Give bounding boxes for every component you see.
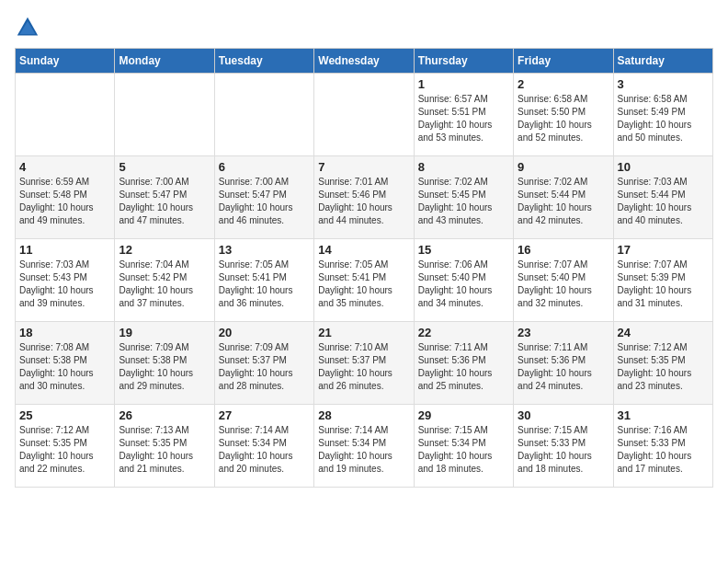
cell-3-2: 12Sunrise: 7:04 AM Sunset: 5:42 PM Dayli… bbox=[115, 239, 214, 322]
day-number: 11 bbox=[19, 243, 110, 257]
day-detail: Sunrise: 7:12 AM Sunset: 5:35 PM Dayligh… bbox=[19, 424, 110, 476]
day-number: 23 bbox=[518, 326, 609, 339]
week-row-1: 1Sunrise: 6:57 AM Sunset: 5:51 PM Daylig… bbox=[16, 74, 713, 156]
day-detail: Sunrise: 7:04 AM Sunset: 5:42 PM Dayligh… bbox=[119, 259, 210, 310]
day-detail: Sunrise: 6:59 AM Sunset: 5:48 PM Dayligh… bbox=[19, 176, 110, 227]
day-detail: Sunrise: 7:10 AM Sunset: 5:37 PM Dayligh… bbox=[318, 341, 409, 393]
cell-3-6: 16Sunrise: 7:07 AM Sunset: 5:40 PM Dayli… bbox=[514, 239, 613, 322]
cell-3-1: 11Sunrise: 7:03 AM Sunset: 5:43 PM Dayli… bbox=[16, 239, 115, 322]
week-row-3: 11Sunrise: 7:03 AM Sunset: 5:43 PM Dayli… bbox=[16, 239, 713, 322]
header-friday: Friday bbox=[514, 49, 613, 74]
day-number: 6 bbox=[219, 160, 310, 174]
cell-5-2: 26Sunrise: 7:13 AM Sunset: 5:35 PM Dayli… bbox=[115, 405, 214, 488]
cell-2-1: 4Sunrise: 6:59 AM Sunset: 5:48 PM Daylig… bbox=[16, 156, 115, 239]
week-row-4: 18Sunrise: 7:08 AM Sunset: 5:38 PM Dayli… bbox=[16, 322, 713, 405]
day-number: 10 bbox=[618, 160, 709, 174]
day-number: 1 bbox=[418, 77, 509, 91]
day-number: 26 bbox=[119, 408, 210, 422]
cell-5-4: 28Sunrise: 7:14 AM Sunset: 5:34 PM Dayli… bbox=[314, 405, 414, 488]
day-detail: Sunrise: 7:01 AM Sunset: 5:46 PM Dayligh… bbox=[318, 176, 409, 227]
day-number: 16 bbox=[518, 243, 609, 257]
cell-2-5: 8Sunrise: 7:02 AM Sunset: 5:45 PM Daylig… bbox=[414, 156, 513, 239]
header-sunday: Sunday bbox=[16, 49, 115, 74]
cell-5-5: 29Sunrise: 7:15 AM Sunset: 5:34 PM Dayli… bbox=[414, 405, 513, 488]
day-detail: Sunrise: 7:09 AM Sunset: 5:37 PM Dayligh… bbox=[219, 341, 310, 393]
cell-4-7: 24Sunrise: 7:12 AM Sunset: 5:35 PM Dayli… bbox=[613, 322, 712, 405]
day-detail: Sunrise: 7:06 AM Sunset: 5:40 PM Dayligh… bbox=[418, 259, 509, 310]
day-detail: Sunrise: 7:16 AM Sunset: 5:33 PM Dayligh… bbox=[618, 424, 709, 476]
cell-5-1: 25Sunrise: 7:12 AM Sunset: 5:35 PM Dayli… bbox=[16, 405, 115, 488]
day-number: 2 bbox=[518, 77, 609, 91]
day-detail: Sunrise: 7:14 AM Sunset: 5:34 PM Dayligh… bbox=[219, 424, 310, 476]
day-number: 7 bbox=[318, 160, 409, 174]
page-header bbox=[15, 15, 713, 40]
week-row-5: 25Sunrise: 7:12 AM Sunset: 5:35 PM Dayli… bbox=[16, 405, 713, 488]
day-detail: Sunrise: 7:02 AM Sunset: 5:44 PM Dayligh… bbox=[518, 176, 609, 227]
cell-1-1 bbox=[16, 74, 115, 156]
day-number: 8 bbox=[418, 160, 509, 174]
week-row-2: 4Sunrise: 6:59 AM Sunset: 5:48 PM Daylig… bbox=[16, 156, 713, 239]
cell-4-6: 23Sunrise: 7:11 AM Sunset: 5:36 PM Dayli… bbox=[514, 322, 613, 405]
day-number: 12 bbox=[119, 243, 210, 257]
day-number: 24 bbox=[618, 326, 709, 339]
day-detail: Sunrise: 6:58 AM Sunset: 5:50 PM Dayligh… bbox=[518, 93, 609, 144]
day-number: 31 bbox=[618, 408, 709, 422]
cell-4-3: 20Sunrise: 7:09 AM Sunset: 5:37 PM Dayli… bbox=[214, 322, 313, 405]
header-tuesday: Tuesday bbox=[214, 49, 313, 74]
day-detail: Sunrise: 7:03 AM Sunset: 5:43 PM Dayligh… bbox=[19, 259, 110, 310]
cell-2-3: 6Sunrise: 7:00 AM Sunset: 5:47 PM Daylig… bbox=[214, 156, 313, 239]
cell-1-6: 2Sunrise: 6:58 AM Sunset: 5:50 PM Daylig… bbox=[514, 74, 613, 156]
cell-1-5: 1Sunrise: 6:57 AM Sunset: 5:51 PM Daylig… bbox=[414, 74, 513, 156]
cell-1-3 bbox=[214, 74, 313, 156]
day-number: 3 bbox=[618, 77, 709, 91]
cell-5-3: 27Sunrise: 7:14 AM Sunset: 5:34 PM Dayli… bbox=[214, 405, 313, 488]
day-detail: Sunrise: 7:00 AM Sunset: 5:47 PM Dayligh… bbox=[219, 176, 310, 227]
day-detail: Sunrise: 7:14 AM Sunset: 5:34 PM Dayligh… bbox=[318, 424, 409, 476]
day-number: 25 bbox=[19, 408, 110, 422]
day-detail: Sunrise: 7:15 AM Sunset: 5:34 PM Dayligh… bbox=[418, 424, 509, 476]
logo-icon bbox=[15, 15, 40, 40]
day-detail: Sunrise: 7:15 AM Sunset: 5:33 PM Dayligh… bbox=[518, 424, 609, 476]
day-number: 5 bbox=[119, 160, 210, 174]
day-number: 18 bbox=[19, 326, 110, 339]
cell-2-2: 5Sunrise: 7:00 AM Sunset: 5:47 PM Daylig… bbox=[115, 156, 214, 239]
day-detail: Sunrise: 6:57 AM Sunset: 5:51 PM Dayligh… bbox=[418, 93, 509, 144]
cell-3-7: 17Sunrise: 7:07 AM Sunset: 5:39 PM Dayli… bbox=[613, 239, 712, 322]
day-number: 28 bbox=[318, 408, 409, 422]
cell-3-5: 15Sunrise: 7:06 AM Sunset: 5:40 PM Dayli… bbox=[414, 239, 513, 322]
cell-3-3: 13Sunrise: 7:05 AM Sunset: 5:41 PM Dayli… bbox=[214, 239, 313, 322]
day-number: 13 bbox=[219, 243, 310, 257]
cell-2-4: 7Sunrise: 7:01 AM Sunset: 5:46 PM Daylig… bbox=[314, 156, 414, 239]
day-number: 29 bbox=[418, 408, 509, 422]
day-number: 4 bbox=[19, 160, 110, 174]
header-saturday: Saturday bbox=[613, 49, 712, 74]
day-number: 22 bbox=[418, 326, 509, 339]
cell-2-6: 9Sunrise: 7:02 AM Sunset: 5:44 PM Daylig… bbox=[514, 156, 613, 239]
day-number: 9 bbox=[518, 160, 609, 174]
day-detail: Sunrise: 7:11 AM Sunset: 5:36 PM Dayligh… bbox=[418, 341, 509, 393]
day-number: 27 bbox=[219, 408, 310, 422]
cell-4-5: 22Sunrise: 7:11 AM Sunset: 5:36 PM Dayli… bbox=[414, 322, 513, 405]
cell-4-1: 18Sunrise: 7:08 AM Sunset: 5:38 PM Dayli… bbox=[16, 322, 115, 405]
cell-2-7: 10Sunrise: 7:03 AM Sunset: 5:44 PM Dayli… bbox=[613, 156, 712, 239]
cell-5-6: 30Sunrise: 7:15 AM Sunset: 5:33 PM Dayli… bbox=[514, 405, 613, 488]
cell-1-2 bbox=[115, 74, 214, 156]
day-detail: Sunrise: 7:12 AM Sunset: 5:35 PM Dayligh… bbox=[618, 341, 709, 393]
day-number: 21 bbox=[318, 326, 409, 339]
cell-1-4 bbox=[314, 74, 414, 156]
header-monday: Monday bbox=[115, 49, 214, 74]
day-number: 15 bbox=[418, 243, 509, 257]
day-detail: Sunrise: 7:13 AM Sunset: 5:35 PM Dayligh… bbox=[119, 424, 210, 476]
day-detail: Sunrise: 7:08 AM Sunset: 5:38 PM Dayligh… bbox=[19, 341, 110, 393]
day-number: 30 bbox=[518, 408, 609, 422]
cell-3-4: 14Sunrise: 7:05 AM Sunset: 5:41 PM Dayli… bbox=[314, 239, 414, 322]
day-number: 19 bbox=[119, 326, 210, 339]
day-detail: Sunrise: 7:05 AM Sunset: 5:41 PM Dayligh… bbox=[219, 259, 310, 310]
day-number: 17 bbox=[618, 243, 709, 257]
logo bbox=[15, 15, 44, 40]
header-row: SundayMondayTuesdayWednesdayThursdayFrid… bbox=[16, 49, 713, 74]
calendar-table: SundayMondayTuesdayWednesdayThursdayFrid… bbox=[15, 48, 713, 488]
day-detail: Sunrise: 7:03 AM Sunset: 5:44 PM Dayligh… bbox=[618, 176, 709, 227]
day-detail: Sunrise: 7:05 AM Sunset: 5:41 PM Dayligh… bbox=[318, 259, 409, 310]
day-number: 20 bbox=[219, 326, 310, 339]
